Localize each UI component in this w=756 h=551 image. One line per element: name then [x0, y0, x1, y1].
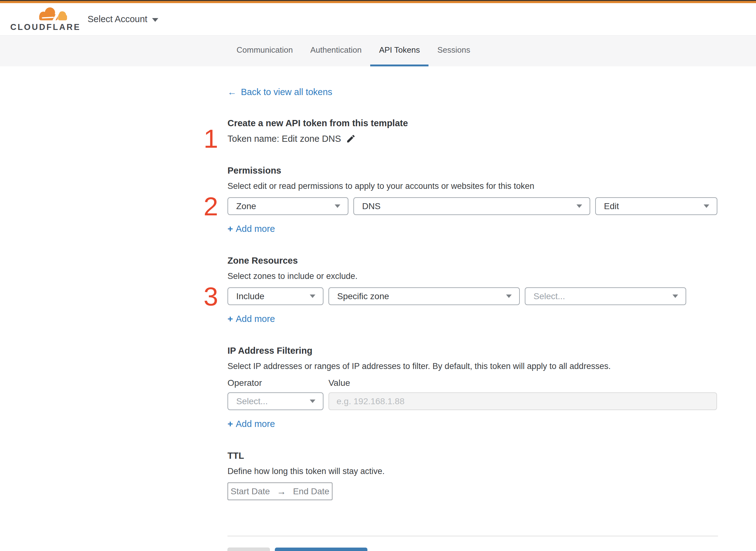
- permission-access-value: Edit: [604, 201, 619, 211]
- brand-wordmark: CLOUDFLARE: [10, 22, 81, 32]
- back-link[interactable]: ← Back to view all tokens: [227, 86, 332, 97]
- ip-filtering-heading: IP Address Filtering: [227, 345, 719, 356]
- edit-pencil-icon[interactable]: [346, 134, 356, 144]
- permissions-description: Select edit or read permissions to apply…: [227, 180, 719, 192]
- caret-down-icon: [673, 295, 678, 298]
- zone-resources-description: Select zones to include or exclude.: [227, 270, 719, 282]
- ip-filtering-add-more-button[interactable]: + Add more: [227, 418, 275, 430]
- caret-down-icon: [577, 204, 582, 208]
- operator-select-placeholder: Select...: [236, 397, 268, 406]
- zone-mode-value: Include: [236, 292, 264, 302]
- permission-scope-value: Zone: [236, 201, 256, 211]
- continue-to-summary-button[interactable]: Continue to summary: [275, 548, 367, 551]
- zone-type-value: Specific zone: [337, 292, 389, 302]
- ip-filtering-description: Select IP addresses or ranges of IP addr…: [227, 361, 719, 372]
- add-more-label: Add more: [236, 313, 275, 325]
- step-number-3: 3: [202, 283, 218, 310]
- caret-down-icon: [335, 204, 340, 208]
- ttl-heading: TTL: [227, 450, 719, 461]
- ttl-date-range-picker[interactable]: Start Date → End Date: [227, 482, 332, 500]
- zone-mode-select[interactable]: Include: [227, 288, 323, 305]
- start-date-placeholder: Start Date: [231, 487, 270, 496]
- template-heading: Create a new API token from this templat…: [227, 117, 719, 129]
- permission-resource-select[interactable]: DNS: [353, 197, 590, 215]
- value-label: Value: [328, 378, 350, 388]
- section-permissions: Permissions Select edit or read permissi…: [227, 165, 719, 234]
- section-token-template: Create a new API token from this templat…: [227, 117, 719, 144]
- ip-value-input[interactable]: [328, 392, 717, 410]
- plus-icon: +: [227, 313, 233, 325]
- permissions-row: 2 Zone DNS Edit: [227, 197, 719, 215]
- section-ttl: TTL Define how long this token will stay…: [227, 450, 719, 500]
- account-selector[interactable]: Select Account: [88, 14, 158, 24]
- step-number-2: 2: [202, 193, 218, 219]
- permission-scope-select[interactable]: Zone: [227, 197, 348, 215]
- app-header: CLOUDFLARE Select Account: [0, 3, 756, 35]
- operator-select[interactable]: Select...: [227, 392, 323, 410]
- ttl-description: Define how long this token will stay act…: [227, 466, 719, 477]
- add-more-label: Add more: [236, 418, 275, 430]
- back-link-label: Back to view all tokens: [241, 86, 332, 97]
- top-accent-orange-bar: [0, 1, 756, 3]
- zone-select[interactable]: Select...: [525, 288, 686, 305]
- caret-down-icon: [310, 295, 315, 298]
- operator-label: Operator: [227, 378, 328, 388]
- tab-sessions[interactable]: Sessions: [429, 36, 479, 66]
- token-name-text: Token name: Edit zone DNS: [227, 133, 341, 144]
- cancel-button[interactable]: Cancel: [227, 548, 270, 551]
- footer-divider: [227, 536, 718, 536]
- back-arrow-icon: ←: [227, 86, 236, 97]
- section-zone-resources: Zone Resources Select zones to include o…: [227, 255, 719, 325]
- zone-resources-heading: Zone Resources: [227, 255, 719, 266]
- cloudflare-logo: CLOUDFLARE: [10, 6, 69, 32]
- main-content: ← Back to view all tokens Create a new A…: [0, 66, 756, 551]
- tab-label: API Tokens: [379, 45, 420, 55]
- tab-communication[interactable]: Communication: [228, 36, 302, 66]
- caret-down-icon: [704, 204, 709, 208]
- end-date-placeholder: End Date: [293, 487, 329, 496]
- caret-down-icon: [506, 295, 512, 298]
- permission-access-select[interactable]: Edit: [595, 197, 717, 215]
- ip-filtering-labels: Operator Value: [227, 378, 719, 388]
- footer-actions: Cancel Continue to summary: [227, 548, 719, 551]
- tab-api-tokens[interactable]: API Tokens: [370, 36, 429, 66]
- zone-resources-row: 3 Include Specific zone Select...: [227, 288, 719, 305]
- caret-down-icon: [310, 400, 315, 403]
- add-more-label: Add more: [236, 223, 275, 234]
- tab-label: Authentication: [310, 45, 362, 55]
- token-name-row: 1 Token name: Edit zone DNS: [227, 133, 719, 144]
- plus-icon: +: [227, 223, 233, 234]
- ip-filtering-row: Select...: [227, 392, 719, 410]
- account-selector-label: Select Account: [88, 14, 147, 24]
- tab-label: Sessions: [437, 45, 470, 55]
- permissions-heading: Permissions: [227, 165, 719, 176]
- cloudflare-cloud-icon: [35, 6, 69, 22]
- zone-resources-add-more-button[interactable]: + Add more: [227, 313, 275, 325]
- zone-select-placeholder: Select...: [534, 292, 565, 302]
- plus-icon: +: [227, 418, 233, 430]
- arrow-right-icon: →: [277, 486, 286, 497]
- tab-authentication[interactable]: Authentication: [302, 36, 370, 66]
- tab-label: Communication: [236, 45, 293, 55]
- caret-down-icon: [152, 18, 158, 22]
- permission-resource-value: DNS: [362, 201, 381, 211]
- step-number-1: 1: [202, 126, 218, 152]
- section-ip-filtering: IP Address Filtering Select IP addresses…: [227, 345, 719, 430]
- permissions-add-more-button[interactable]: + Add more: [227, 223, 275, 234]
- zone-type-select[interactable]: Specific zone: [328, 288, 520, 305]
- tab-bar: Communication Authentication API Tokens …: [0, 35, 756, 66]
